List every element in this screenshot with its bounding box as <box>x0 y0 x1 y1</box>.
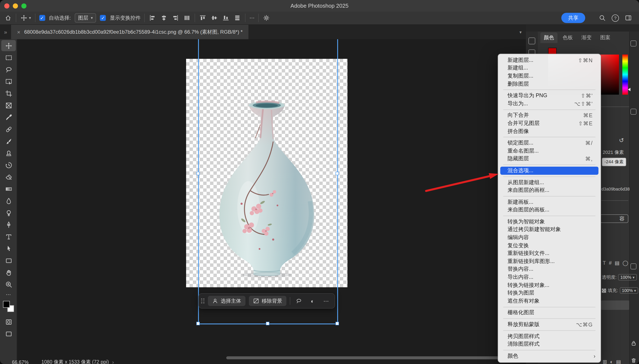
menu-item[interactable]: 来自图层的画框... <box>498 186 601 194</box>
align-center-h-icon[interactable] <box>160 14 168 22</box>
rectangular-marquee-tool[interactable] <box>1 52 16 63</box>
transform-handle-bottom-center[interactable] <box>266 322 269 325</box>
menu-item[interactable]: 释放剪贴蒙版 ⌥⌘G <box>498 320 601 328</box>
edit-toolbar-icon[interactable]: ⋯ <box>0 292 17 298</box>
collapsed-panel-icon[interactable] <box>528 38 535 44</box>
menu-item[interactable]: 混合选项... <box>500 167 598 174</box>
menu-item[interactable]: 导出内容... <box>498 274 601 281</box>
offset-field[interactable]: -244 像素 <box>602 158 626 166</box>
trash-icon[interactable] <box>630 357 637 364</box>
align-left-icon[interactable] <box>149 14 156 22</box>
eraser-tool[interactable] <box>1 171 16 182</box>
gear-icon[interactable] <box>263 14 270 22</box>
gradient-tool[interactable] <box>1 183 16 194</box>
menu-item[interactable]: 清除图层样式 <box>498 340 601 348</box>
new-layer-icon[interactable]: ⊞ <box>603 359 607 364</box>
maximize-window-button[interactable] <box>21 3 27 8</box>
share-button[interactable]: 共享 <box>561 13 585 23</box>
object-selection-tool[interactable] <box>1 76 16 87</box>
help-icon[interactable]: ? <box>612 14 619 22</box>
document-checkerboard[interactable] <box>186 59 347 287</box>
close-tab-icon[interactable]: × <box>17 29 20 35</box>
minimize-window-button[interactable] <box>13 3 18 8</box>
auto-select-checkbox[interactable]: ✓ <box>39 15 45 21</box>
zoom-tool[interactable] <box>1 279 16 290</box>
transform-right-edge[interactable] <box>337 39 338 324</box>
layer-row-fragment[interactable] <box>601 300 629 310</box>
hand-tool[interactable] <box>1 267 16 278</box>
more-options-icon[interactable]: ⋯ <box>250 15 255 21</box>
opacity-dropdown[interactable]: 100%▾ <box>618 274 637 280</box>
menu-item[interactable]: 复位变换 <box>498 242 601 250</box>
mask-icon[interactable]: ◐ <box>610 359 613 364</box>
transform-left-edge[interactable] <box>198 39 199 324</box>
menu-item[interactable]: 栅格化图层 <box>498 309 601 317</box>
move-tool[interactable] <box>1 40 16 51</box>
show-transform-checkbox[interactable]: ✓ <box>100 15 106 21</box>
home-icon[interactable] <box>4 14 12 22</box>
collapsed-panel-icon[interactable] <box>630 264 636 270</box>
lock-icon[interactable] <box>630 340 637 346</box>
document-tab[interactable]: × 68008e9da37c6026db1b8b3cd00a92f0ee1b7b… <box>11 25 249 39</box>
taskbar-grip[interactable] <box>201 298 204 304</box>
brush-tool[interactable] <box>1 136 16 146</box>
shape-tool[interactable] <box>1 255 16 266</box>
zoom-level[interactable]: 66.67% <box>12 360 29 364</box>
rows-icon[interactable]: ▤ <box>615 260 619 266</box>
remove-background-button[interactable]: 移除背景 <box>249 296 286 306</box>
quick-mask-icon[interactable] <box>1 316 16 327</box>
type-tool[interactable] <box>1 231 16 242</box>
lasso-tool[interactable] <box>1 64 16 75</box>
menu-item[interactable]: 向下合并 ⌘E <box>498 112 601 119</box>
group-icon[interactable]: ▤ <box>616 359 621 364</box>
menu-item[interactable]: 合并可见图层 ⇧⌘E <box>498 119 601 127</box>
collapsed-panel-icon[interactable] <box>630 109 636 115</box>
tab-list-icon[interactable]: ▾ <box>519 30 522 34</box>
fill-dropdown[interactable]: 100%▾ <box>620 287 638 294</box>
menu-item[interactable]: 转换为链接对象... <box>498 281 601 289</box>
transform-handle-bottom-right[interactable] <box>335 322 339 325</box>
auto-select-dropdown[interactable]: 图层 ▾ <box>75 13 96 22</box>
horizontal-scrollbar[interactable] <box>226 356 499 359</box>
menu-item[interactable]: 转换为智能对象 <box>498 218 601 226</box>
menu-item[interactable]: 重命名图层... <box>498 147 601 155</box>
eyedropper-tool[interactable] <box>1 112 16 123</box>
type-icon[interactable]: T <box>603 260 606 266</box>
menu-item[interactable]: 删除图层 <box>498 80 601 88</box>
path-selection-tool[interactable] <box>1 243 16 254</box>
current-tool-indicator[interactable]: ▾ <box>20 14 31 22</box>
canvas-area[interactable]: 选择主体 移除背景 ◐ ⋯ <box>17 39 526 364</box>
transform-handle-mid-right[interactable] <box>335 172 339 175</box>
menu-item[interactable]: 锁定图层... ⌘/ <box>498 139 601 147</box>
menu-item[interactable]: 颜色 › <box>498 352 601 360</box>
foreground-color-swatch[interactable] <box>3 301 10 308</box>
more-actions-icon[interactable]: ⋯ <box>321 296 331 306</box>
menu-item[interactable]: 编辑内容 <box>498 234 601 242</box>
search-icon[interactable] <box>598 14 606 22</box>
panel-tab[interactable]: 渐变 <box>578 32 595 43</box>
menu-item[interactable]: 拼合图像 <box>498 128 601 135</box>
align-top-icon[interactable] <box>199 14 207 22</box>
screen-mode-icon[interactable] <box>1 328 16 339</box>
menu-item[interactable]: 重新链接到库图形... <box>498 258 601 265</box>
lasso-icon[interactable] <box>294 296 304 306</box>
menu-item[interactable]: 遮住所有对象 <box>498 297 601 305</box>
spot-healing-brush-tool[interactable] <box>1 124 16 135</box>
adjustment-icon[interactable]: ◐ <box>307 296 318 306</box>
menu-item[interactable]: 来自图层的画板... <box>498 206 601 214</box>
hue-slider[interactable] <box>622 54 628 94</box>
panel-tab[interactable]: 颜色 <box>540 32 557 43</box>
menu-item[interactable]: 转换为图层 <box>498 289 601 297</box>
content-button-fragment[interactable]: 容 <box>600 214 628 223</box>
circle-icon[interactable]: ◯ <box>622 260 628 266</box>
toolbar-overflow-icon[interactable]: » <box>0 29 11 35</box>
align-middle-v-icon[interactable] <box>211 14 218 22</box>
crop-tool[interactable] <box>1 88 16 99</box>
document-size-readout[interactable]: 1080 像素 x 1533 像素 (72 ppi) › <box>41 359 114 364</box>
collapsed-panel-icon[interactable] <box>630 40 636 47</box>
distribute-h-icon[interactable] <box>183 14 191 22</box>
clone-stamp-tool[interactable] <box>1 148 16 158</box>
menu-item[interactable]: 拷贝图层样式 <box>498 332 601 340</box>
transform-handle-mid-left[interactable] <box>196 172 200 175</box>
menu-item[interactable]: 新建画板... <box>498 198 601 206</box>
